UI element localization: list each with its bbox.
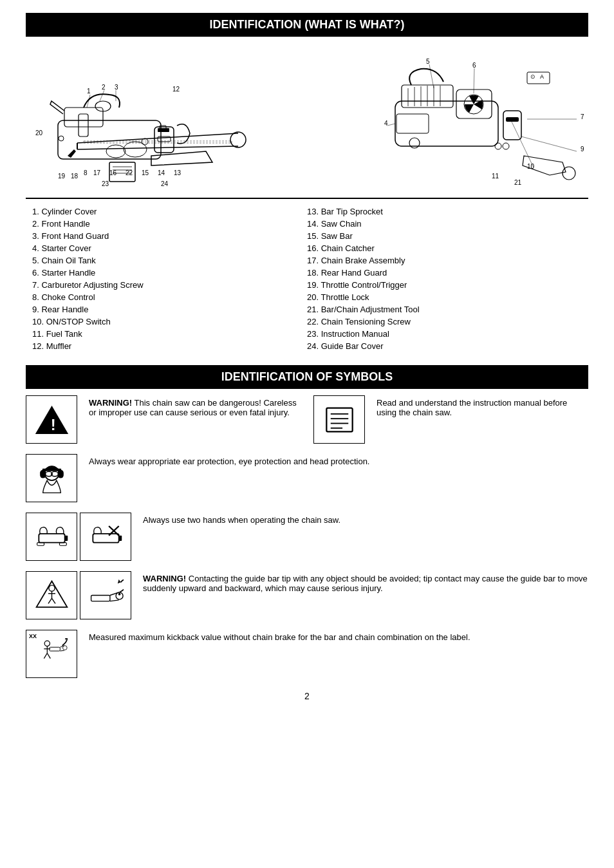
svg-point-115 — [63, 645, 68, 650]
svg-text:8: 8 — [84, 169, 88, 176]
parts-col-left: 1. Cylinder Cover 2. Front Handle 3. Fro… — [32, 205, 307, 352]
svg-text:6: 6 — [472, 62, 476, 69]
svg-rect-93 — [118, 536, 122, 541]
svg-text:12: 12 — [172, 86, 180, 93]
svg-rect-10 — [79, 114, 88, 137]
chainsaw-right-diagram: ⊙ A 6 5 4 7 9 10 11 — [344, 50, 588, 191]
svg-point-55 — [503, 143, 509, 149]
part-item-10: 10. ON/STOP Switch — [32, 316, 307, 328]
parts-col-right: 13. Bar Tip Sprocket 14. Saw Chain 15. S… — [307, 205, 582, 352]
page-number: 2 — [26, 691, 588, 701]
part-item-7: 7. Carburetor Adjusting Screw — [32, 279, 307, 291]
svg-text:1: 1 — [87, 88, 91, 95]
kickback-desc: Contacting the guide bar tip with any ob… — [143, 574, 588, 593]
svg-point-106 — [118, 593, 120, 596]
two-hands-desc: Always use two hands when operating the … — [143, 515, 340, 525]
symbols-section: ! WARNING! This chain saw can be dangero… — [26, 395, 588, 678]
warning-bold-text: WARNING! — [89, 398, 132, 408]
svg-rect-50 — [396, 114, 429, 133]
two-hands-text: Always use two hands when operating the … — [138, 513, 588, 525]
read-manual-icon-box — [313, 395, 365, 444]
read-manual-symbol-group: Read and understand the instruction manu… — [313, 395, 588, 444]
svg-rect-89 — [64, 536, 68, 541]
part-item-12: 12. Muffler — [32, 340, 307, 352]
kickback-value-icon-box: XX — [26, 630, 77, 678]
part-item-15: 15. Saw Bar — [307, 230, 582, 242]
svg-text:24: 24 — [161, 180, 169, 187]
diagram-right: ⊙ A 6 5 4 7 9 10 11 — [344, 50, 588, 191]
svg-text:23: 23 — [102, 180, 109, 187]
ear-protection-desc: Always wear appropriate ear protection, … — [89, 457, 369, 466]
svg-line-1 — [77, 146, 238, 149]
section2-header: IDENTIFICATION OF SYMBOLS — [26, 365, 588, 389]
svg-text:13: 13 — [174, 169, 181, 176]
svg-point-13 — [106, 145, 126, 158]
diagram-left: 1 2 3 12 20 19 18 8 17 16 22 15 14 13 — [26, 50, 296, 191]
part-item-9: 9. Rear Handle — [32, 303, 307, 316]
svg-point-97 — [48, 585, 54, 591]
svg-rect-51 — [503, 111, 521, 140]
svg-text:7: 7 — [581, 113, 584, 120]
svg-text:4: 4 — [384, 120, 388, 127]
svg-line-100 — [48, 598, 52, 603]
read-manual-desc: Read and understand the instruction manu… — [377, 398, 567, 417]
part-item-13: 13. Bar Tip Sprocket — [307, 205, 582, 218]
svg-text:!: ! — [50, 416, 55, 433]
part-item-16: 16. Chain Catcher — [307, 242, 582, 254]
svg-line-111 — [47, 653, 50, 658]
svg-text:21: 21 — [514, 179, 522, 186]
part-item-11: 11. Fuel Tank — [32, 328, 307, 340]
part-item-5: 5. Chain Oil Tank — [32, 254, 307, 267]
kickback-warning-row: WARNING! Contacting the guide bar tip wi… — [26, 571, 588, 619]
warning-icon-box: ! — [26, 395, 77, 444]
two-hands-icons — [26, 513, 131, 561]
part-item-21: 21. Bar/Chain Adjustment Tool — [307, 303, 582, 316]
part-item-22: 22. Chain Tensioning Screw — [307, 316, 582, 328]
svg-line-114 — [60, 650, 64, 651]
section1-title: IDENTIFICATION (WHAT IS WHAT?) — [210, 18, 405, 31]
svg-text:22: 22 — [126, 169, 133, 176]
svg-text:⊙: ⊙ — [530, 73, 535, 80]
svg-rect-87 — [42, 469, 60, 471]
svg-line-101 — [51, 598, 55, 603]
svg-line-32 — [100, 90, 104, 101]
svg-text:16: 16 — [109, 169, 117, 176]
section2-title: IDENTIFICATION OF SYMBOLS — [221, 370, 393, 383]
svg-point-16 — [59, 136, 64, 141]
svg-text:5: 5 — [426, 58, 430, 65]
svg-text:11: 11 — [492, 173, 499, 180]
two-hands-icon2 — [80, 513, 131, 561]
svg-text:10: 10 — [527, 163, 535, 170]
part-item-23: 23. Instruction Manual — [307, 328, 582, 340]
kickback-value-text: Measured maximum kickback value without … — [84, 630, 588, 642]
svg-line-70 — [521, 137, 577, 151]
svg-text:15: 15 — [142, 169, 149, 176]
part-item-6: 6. Starter Handle — [32, 267, 307, 279]
kickback-warning-text: WARNING! Contacting the guide bar tip wi… — [138, 571, 588, 593]
part-item-4: 4. Starter Cover — [32, 242, 307, 254]
svg-text:A: A — [540, 73, 544, 80]
two-hands-icon1 — [26, 513, 77, 561]
svg-rect-102 — [91, 596, 109, 601]
kickback-value-desc: Measured maximum kickback value without … — [89, 632, 470, 642]
read-manual-text: Read and understand the instruction manu… — [371, 395, 588, 417]
svg-line-68 — [387, 124, 395, 126]
part-item-8: 8. Choke Control — [32, 291, 307, 303]
svg-rect-92 — [93, 534, 118, 543]
svg-point-54 — [495, 143, 501, 149]
part-item-20: 20. Throttle Lock — [307, 291, 582, 303]
ear-protection-text: Always wear appropriate ear protection, … — [84, 454, 588, 466]
svg-line-110 — [44, 653, 47, 658]
svg-point-12 — [124, 142, 147, 157]
svg-rect-6 — [64, 108, 103, 127]
svg-text:17: 17 — [93, 169, 101, 176]
svg-text:19: 19 — [58, 173, 66, 180]
two-hands-row: Always use two hands when operating the … — [26, 513, 588, 561]
warning-text: WARNING! This chain saw can be dangerous… — [84, 395, 301, 417]
svg-text:9: 9 — [581, 146, 584, 153]
part-item-2: 2. Front Handle — [32, 218, 307, 230]
warning-symbol-group: ! WARNING! This chain saw can be dangero… — [26, 395, 301, 444]
part-item-14: 14. Saw Chain — [307, 218, 582, 230]
section1-header: IDENTIFICATION (WHAT IS WHAT?) — [26, 13, 588, 37]
part-item-3: 3. Front Hand Guard — [32, 230, 307, 242]
